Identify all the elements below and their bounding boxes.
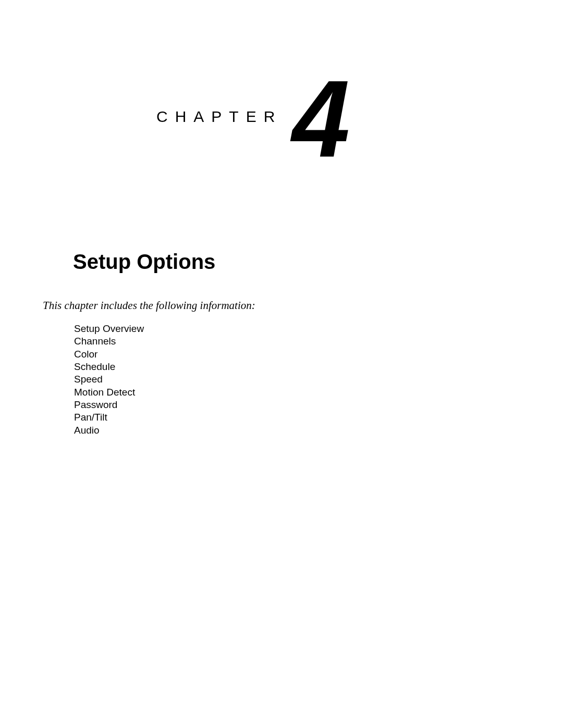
list-item: Setup Overview (74, 323, 144, 335)
list-item: Color (74, 348, 144, 361)
list-item: Pan/Tilt (74, 411, 144, 424)
list-item: Channels (74, 335, 144, 348)
page: CHAPTER 4 Setup Options This chapter inc… (0, 0, 563, 728)
list-item: Audio (74, 424, 144, 437)
list-item: Schedule (74, 361, 144, 373)
topic-list: Setup Overview Channels Color Schedule S… (74, 323, 144, 437)
chapter-intro: This chapter includes the following info… (43, 299, 255, 312)
list-item: Password (74, 399, 144, 411)
chapter-label: CHAPTER (156, 108, 282, 126)
list-item: Speed (74, 373, 144, 386)
chapter-title: Setup Options (73, 250, 215, 274)
chapter-number: 4 (292, 64, 350, 174)
list-item: Motion Detect (74, 386, 144, 399)
